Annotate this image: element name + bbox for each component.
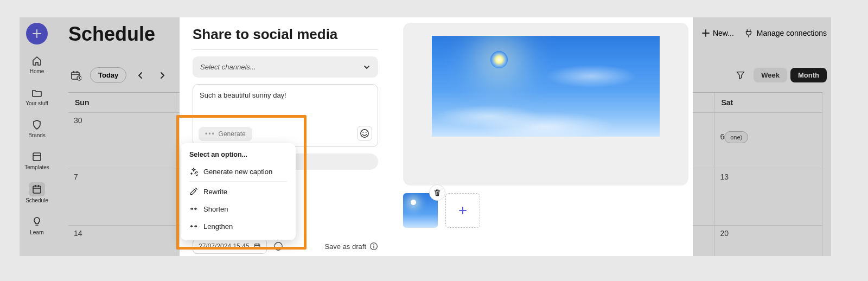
calendar-cell[interactable]: 7 xyxy=(68,169,176,226)
generate-button[interactable]: ••• Generate xyxy=(199,127,252,141)
manage-label: Manage connections xyxy=(757,29,827,37)
sidebar-item-learn[interactable]: Learn xyxy=(21,213,53,238)
lightbulb-icon xyxy=(30,215,43,228)
channel-placeholder: Select channels... xyxy=(200,63,256,71)
svg-rect-0 xyxy=(33,153,41,161)
menu-item-generate-new[interactable]: Generate new caption xyxy=(184,163,292,180)
home-icon xyxy=(30,54,43,67)
new-button[interactable]: New... xyxy=(702,29,734,37)
sparkle-icon xyxy=(189,167,198,176)
sidebar-item-label: Brands xyxy=(28,132,46,138)
divider xyxy=(189,181,287,182)
svg-point-6 xyxy=(366,132,367,133)
prev-icon[interactable] xyxy=(133,68,148,83)
add-media-button[interactable] xyxy=(445,193,480,228)
schedule-row: 27/07/2024 15:45 Save as draft xyxy=(193,239,378,256)
menu-item-label: Rewrite xyxy=(203,188,227,196)
preview-image xyxy=(432,36,660,137)
image-preview xyxy=(403,23,688,186)
calendar-cell[interactable]: 20 xyxy=(714,226,822,256)
circle-icon xyxy=(273,241,283,251)
sidebar-item-home[interactable]: Home xyxy=(21,52,53,76)
menu-item-label: Lengthen xyxy=(203,222,233,231)
page-title: Schedule xyxy=(68,23,155,46)
pencil-icon xyxy=(189,187,198,196)
day-header: Sun xyxy=(68,93,176,113)
thumbnail-row xyxy=(403,193,688,228)
view-toggle: Week Month xyxy=(733,67,827,82)
caption-input-box: ••• Generate xyxy=(193,84,378,147)
calendar-cell[interactable]: 13 xyxy=(714,169,822,226)
sidebar-item-label: Schedule xyxy=(25,197,48,203)
view-month-button[interactable]: Month xyxy=(790,68,827,82)
calendar-picker-icon[interactable] xyxy=(68,68,84,83)
svg-point-4 xyxy=(361,130,368,137)
svg-point-8 xyxy=(275,242,282,250)
generate-menu: Select an option... Generate new caption… xyxy=(181,143,296,240)
day-header: Sat xyxy=(714,93,822,113)
menu-item-label: Generate new caption xyxy=(203,168,272,176)
svg-point-5 xyxy=(362,132,363,133)
today-button[interactable]: Today xyxy=(90,67,126,83)
menu-item-rewrite[interactable]: Rewrite xyxy=(184,183,292,200)
calendar-cell[interactable]: 6one) xyxy=(714,113,822,169)
calendar-icon xyxy=(253,242,261,250)
date-input[interactable]: 27/07/2024 15:45 xyxy=(193,239,267,254)
delete-button[interactable] xyxy=(429,184,445,201)
plus-icon xyxy=(702,29,710,37)
menu-item-lengthen[interactable]: Lengthen xyxy=(184,218,292,235)
plus-icon xyxy=(32,29,42,39)
svg-rect-7 xyxy=(255,244,260,249)
sidebar-item-label: Home xyxy=(30,68,44,74)
plug-icon xyxy=(744,28,754,38)
event-chip[interactable]: one) xyxy=(724,131,748,143)
share-modal: Share to social media Select channels...… xyxy=(180,17,693,256)
trash-icon xyxy=(433,188,442,197)
menu-item-shorten[interactable]: Shorten xyxy=(184,200,292,218)
save-draft-label[interactable]: Save as draft xyxy=(324,242,366,251)
sidebar-item-templates[interactable]: Templates xyxy=(21,148,53,173)
filter-icon[interactable] xyxy=(733,67,748,82)
plus-icon xyxy=(458,206,467,215)
chip-placeholder[interactable] xyxy=(288,154,378,170)
info-icon[interactable] xyxy=(369,242,378,251)
calendar-cell[interactable]: 14 xyxy=(68,226,176,256)
divider xyxy=(193,49,378,50)
chevron-down-icon xyxy=(363,63,371,71)
sidebar: Home Your stuff Brands Templates Schedul… xyxy=(20,17,54,256)
new-label: New... xyxy=(713,29,734,37)
emoji-button[interactable] xyxy=(357,126,372,141)
next-icon[interactable] xyxy=(155,68,170,83)
smile-icon xyxy=(360,129,369,138)
top-right-actions: New... Manage connections xyxy=(702,28,827,38)
date-value: 27/07/2024 15:45 xyxy=(199,242,249,250)
svg-rect-1 xyxy=(33,186,41,193)
sidebar-item-brands[interactable]: Brands xyxy=(21,116,53,140)
sidebar-item-label: Learn xyxy=(30,229,44,235)
dots-icon: ••• xyxy=(205,130,215,138)
shorten-icon xyxy=(189,205,198,213)
sidebar-item-schedule[interactable]: Schedule xyxy=(21,180,53,206)
modal-title: Share to social media xyxy=(193,26,378,43)
create-button[interactable] xyxy=(26,23,48,44)
shield-icon xyxy=(30,118,43,131)
templates-icon xyxy=(30,150,43,163)
folder-icon xyxy=(30,86,43,99)
menu-title: Select an option... xyxy=(184,149,292,163)
calendar-cell[interactable]: 30 xyxy=(68,113,176,169)
manage-connections-button[interactable]: Manage connections xyxy=(744,28,827,38)
sidebar-item-label: Templates xyxy=(24,164,49,170)
menu-item-label: Shorten xyxy=(203,205,228,213)
generate-label: Generate xyxy=(219,130,246,138)
channel-select[interactable]: Select channels... xyxy=(193,56,378,78)
sidebar-item-your-stuff[interactable]: Your stuff xyxy=(21,84,53,108)
lengthen-icon xyxy=(189,222,198,231)
sidebar-item-label: Your stuff xyxy=(25,100,48,106)
view-week-button[interactable]: Week xyxy=(754,68,787,82)
calendar-icon xyxy=(29,182,45,196)
caption-textarea[interactable] xyxy=(200,91,371,107)
